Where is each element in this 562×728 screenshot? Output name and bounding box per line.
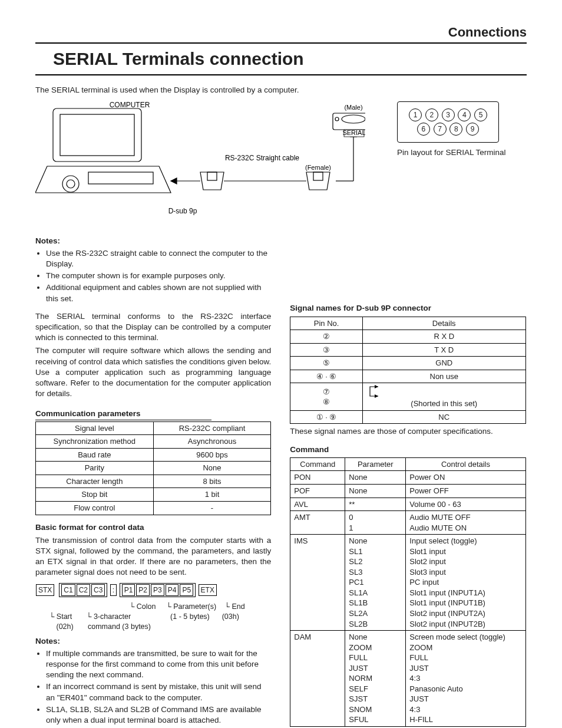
table-cell: None ZOOM FULL JUST NORM SELF SJST SNOM … [345, 631, 406, 727]
table-cell: None SL1 SL2 SL3 PC1 SL1A SL1B SL2A SL2B [345, 535, 406, 631]
right-column: Signal names for D-sub 9P connector Pin … [290, 231, 525, 728]
svg-marker-18 [375, 385, 378, 388]
title-rule [35, 74, 527, 75]
note-item: If an incorrect command is sent by mista… [46, 681, 271, 703]
format-labels: Colon Parameter(s) End Start 3-character… [39, 602, 271, 632]
notes1-list: Use the RS-232C straight cable to connec… [35, 248, 271, 304]
paragraph-2: The computer will require software which… [35, 345, 271, 399]
table-cell: NC [362, 410, 525, 424]
svg-rect-7 [207, 172, 217, 180]
pin-layout-caption: Pin layout for SERIAL Terminal [397, 147, 527, 158]
notes1-heading: Notes: [35, 236, 271, 246]
format-text: The transmission of control data from th… [35, 535, 271, 578]
note-item: SL1A, SL1B, SL2A and SL2B of Command IMS… [46, 704, 271, 726]
box-p4: P4 [166, 584, 179, 596]
table-cell: Volume 00 - 63 [406, 498, 525, 511]
note-item: Additional equipment and cables shown ar… [46, 282, 271, 304]
table-cell: RS-232C compliant [153, 421, 271, 435]
note-item: Use the RS-232C straight cable to connec… [46, 248, 271, 269]
box-c2: C2 [77, 584, 90, 596]
table-cell: ① · ⑨ [290, 410, 363, 424]
svg-rect-9 [313, 172, 323, 180]
table-cell: 1 bit [153, 488, 271, 502]
command-table: CommandParameterControl detailsPONNonePo… [290, 457, 525, 727]
table-cell: None [345, 471, 406, 485]
table-cell: Asynchronous [153, 435, 271, 449]
table-cell: Synchronization method [36, 435, 154, 449]
box-colon: : [110, 584, 117, 596]
table-header: Control details [406, 457, 525, 471]
table-cell: Flow control [36, 501, 154, 515]
svg-marker-6 [171, 178, 177, 184]
table-cell: None [153, 462, 271, 475]
dsub-label: D-sub 9p [168, 207, 197, 215]
male-label: (Male) [344, 104, 362, 111]
lbl-param: Parameter(s) [166, 602, 216, 611]
table-cell: - [153, 501, 271, 515]
paragraph-1: The SERIAL terminal conforms to the RS-2… [35, 311, 271, 344]
format-heading: Basic format for control data [35, 522, 271, 533]
note-item: The computer shown is for example purpos… [46, 271, 271, 281]
table-cell: Input select (toggle) Slot1 input Slot2 … [406, 535, 525, 631]
notes2-heading: Notes: [35, 636, 271, 647]
table-cell: ** [345, 498, 406, 511]
table-cell: Power ON [406, 471, 525, 485]
table-cell: Screen mode select (toggle) ZOOM FULL JU… [406, 631, 525, 727]
lbl-end: End [224, 602, 245, 611]
lbl-param2: (1 - 5 bytes) [170, 612, 210, 621]
pin-layout-block: 1 2 3 4 5 6 7 8 9 Pin layout for SERIAL … [397, 101, 527, 158]
table-cell: R X D [362, 330, 525, 344]
table-cell: Non use [362, 370, 525, 383]
svg-marker-19 [375, 394, 378, 398]
pin-8: 8 [449, 123, 462, 136]
pin-2: 2 [425, 108, 438, 121]
table-cell: DAM [290, 631, 345, 727]
table-header: Details [362, 317, 525, 330]
box-c1: C1 [61, 584, 75, 596]
pin-7: 7 [434, 123, 447, 136]
pin-4: 4 [458, 108, 471, 121]
table-cell: ② [290, 330, 363, 344]
pin-3: 3 [442, 108, 455, 121]
table-cell: Parity [36, 462, 154, 475]
table-cell: ⑤ [290, 357, 363, 370]
table-cell: GND [362, 357, 525, 370]
table-cell: AVL [290, 498, 345, 511]
command-heading: Command [290, 444, 525, 455]
diagram-row: COMPUTER [35, 101, 527, 225]
table-header: Command [290, 457, 345, 471]
box-c3: C3 [91, 584, 105, 596]
table-cell: Audio MUTE OFF Audio MUTE ON [406, 511, 525, 535]
box-p5: P5 [180, 584, 193, 596]
lbl-cmd: 3-character [87, 612, 131, 621]
svg-rect-1 [60, 114, 134, 156]
signal-names-heading: Signal names for D-sub 9P connector [290, 303, 525, 314]
pin-9: 9 [466, 123, 479, 136]
lbl-start: Start [49, 612, 72, 621]
table-cell: (Shorted in this set) [362, 383, 525, 411]
note-item: If multiple commands are transmitted, be… [46, 648, 271, 681]
lbl-cmd2: command (3 bytes) [88, 622, 151, 631]
table-cell: Signal level [36, 421, 154, 435]
table-cell: ④ · ⑥ [290, 370, 363, 383]
table-cell: Stop bit [36, 488, 154, 502]
table-cell: POF [290, 484, 345, 498]
box-etx: ETX [199, 584, 217, 596]
female-label: (Female) [305, 164, 331, 171]
signal-names-footer: These signal names are those of computer… [290, 426, 525, 437]
lbl-start-hex: (02h) [56, 622, 73, 631]
box-p3: P3 [151, 584, 164, 596]
table-header: Parameter [345, 457, 406, 471]
table-cell: None [345, 484, 406, 498]
pin-6: 6 [417, 123, 430, 136]
connection-diagram: COMPUTER [35, 101, 383, 225]
svg-point-2 [62, 176, 79, 192]
page-title: SERIAL Terminals connection [53, 47, 527, 71]
pin-1: 1 [409, 108, 422, 121]
table-cell: ⑦ ⑧ [290, 383, 363, 411]
box-p2: P2 [136, 584, 150, 596]
table-cell: Character length [36, 475, 154, 488]
cable-label: RS-232C Straight cable [225, 154, 299, 162]
serial-label: SERIAL [342, 129, 365, 136]
box-p1: P1 [122, 584, 135, 596]
